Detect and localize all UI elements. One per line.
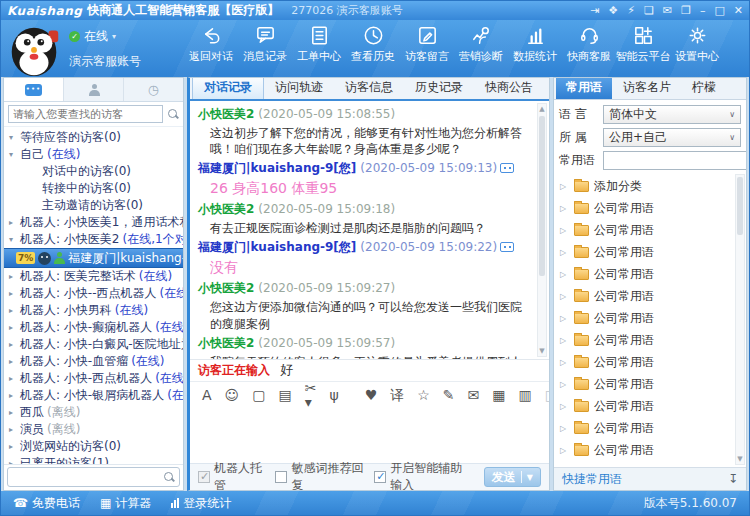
toolbar-kuaishang-service[interactable]: 快商客服 bbox=[564, 24, 614, 64]
scroll-down-icon[interactable]: ▼ bbox=[538, 346, 546, 356]
tree-item[interactable]: 对话中的访客(0) bbox=[4, 163, 183, 180]
quick-phrases-link[interactable]: 快捷常用语 bbox=[562, 471, 622, 488]
option-checkbox-item[interactable]: 敏感词推荐回复 bbox=[275, 460, 364, 491]
tree-item[interactable]: ▸ 机器人: 小快-白癜风-医院地址为空 (在线) bbox=[4, 336, 183, 353]
sidebar-quick-search[interactable] bbox=[7, 467, 180, 487]
toolbar-view-history[interactable]: 查看历史 bbox=[348, 24, 398, 64]
toolbar-return-chat[interactable]: 返回对话 bbox=[186, 24, 236, 64]
collapse-icon[interactable]: ↧ bbox=[728, 472, 738, 486]
chat-scrollbar[interactable]: ▲ ▼ bbox=[537, 103, 547, 357]
expand-arrow-icon[interactable]: ▷ bbox=[560, 358, 569, 367]
tree-item[interactable]: ▸ 机器人: 小快-银屑病机器人 (在线) bbox=[4, 387, 183, 404]
expand-arrow-icon[interactable]: ▸ bbox=[9, 323, 20, 332]
chat-tab[interactable]: 历史记录 bbox=[404, 77, 474, 99]
tree-item[interactable]: ▾ 等待应答的访客(0) bbox=[4, 129, 183, 146]
expand-arrow-icon[interactable]: ▸ bbox=[9, 442, 20, 451]
expand-arrow-icon[interactable]: ▷ bbox=[560, 248, 569, 257]
toolbar-settings[interactable]: 设置中心 bbox=[672, 24, 722, 64]
expand-arrow-icon[interactable]: ▸ bbox=[9, 391, 20, 400]
phrase-folder-item[interactable]: ▷ 公司常用语 bbox=[560, 307, 732, 329]
chat-tab[interactable]: 访问轨迹 bbox=[264, 77, 334, 99]
tree-item[interactable]: ▸ 已离开的访客(1) bbox=[4, 455, 183, 464]
chat-tab[interactable]: 快商公告 bbox=[474, 77, 544, 99]
mail-icon[interactable]: ✉ bbox=[468, 388, 480, 402]
option-checkbox-item[interactable]: 机器人托管 bbox=[198, 460, 265, 491]
toolbar-data-statistics[interactable]: 数据统计 bbox=[510, 24, 560, 64]
phrase-folder-item[interactable]: ▷ 公司常用语 bbox=[560, 219, 732, 241]
translate-icon[interactable]: 译 bbox=[390, 388, 404, 402]
send-options-caret-icon[interactable]: ▼ bbox=[527, 473, 533, 482]
close-icon[interactable]: ✕ bbox=[734, 5, 743, 16]
expand-arrow-icon[interactable]: ▾ bbox=[9, 235, 20, 244]
phrase-folder-item[interactable]: ▷ 公司常用语 bbox=[560, 351, 732, 373]
phrase-folder-item[interactable]: ▷ 公司常用语 bbox=[560, 439, 732, 461]
cut-icon[interactable]: ✂▾ bbox=[305, 381, 317, 409]
chat-tab[interactable]: 对话记录 bbox=[192, 77, 264, 99]
visitor-search-input[interactable] bbox=[8, 105, 163, 123]
expand-arrow-icon[interactable]: ▷ bbox=[560, 204, 569, 213]
tree-item[interactable]: ▸ 机器人: 小快-血管瘤 (在线) bbox=[4, 353, 183, 370]
forward-icon[interactable]: ⇥ bbox=[590, 5, 599, 16]
expand-arrow-icon[interactable]: ▷ bbox=[560, 226, 569, 235]
tree-item[interactable]: 主动邀请的访客(0) bbox=[4, 197, 183, 214]
checkbox[interactable] bbox=[198, 471, 210, 483]
tree-item[interactable]: ▸ 机器人: 小快-癫痫机器人 (在线) bbox=[4, 319, 183, 336]
status-caret-icon[interactable]: ▾ bbox=[112, 32, 116, 41]
expand-arrow-icon[interactable]: ▸ bbox=[9, 218, 20, 227]
network-icon[interactable]: ⚡ bbox=[627, 5, 635, 16]
tree-item[interactable]: ▸ 机器人: 小快医美1，通用话术和... (在线) bbox=[4, 214, 183, 231]
expand-arrow-icon[interactable]: ▸ bbox=[9, 272, 20, 281]
expand-arrow-icon[interactable]: ▷ bbox=[560, 380, 569, 389]
tree-item[interactable]: ▸ 机器人: 小快-西点机器人 (在线) bbox=[4, 370, 183, 387]
expand-arrow-icon[interactable]: ▸ bbox=[9, 357, 20, 366]
expand-arrow-icon[interactable]: ▷ bbox=[560, 424, 569, 433]
checkbox[interactable] bbox=[275, 471, 287, 483]
sidebar-tab-history[interactable]: ◷ bbox=[124, 78, 183, 101]
expand-arrow-icon[interactable]: ▷ bbox=[560, 402, 569, 411]
minimize-icon[interactable]: – bbox=[700, 5, 706, 16]
phrase-folder-item[interactable]: ▷ 公司常用语 bbox=[560, 285, 732, 307]
selected-conversation-row[interactable]: 7% 福建厦门|kuaishang-9[您] (8/5) bbox=[4, 248, 183, 268]
scroll-thumb[interactable] bbox=[539, 116, 545, 276]
online-status-label[interactable]: 在线 bbox=[84, 28, 108, 45]
expand-arrow-icon[interactable]: ▸ bbox=[9, 374, 20, 383]
image-icon[interactable]: ▤ bbox=[278, 388, 291, 402]
trash-icon[interactable]: ▯ bbox=[545, 388, 550, 402]
right-panel-tab[interactable]: 柠檬 bbox=[682, 77, 726, 99]
sidebar-tab-conversations[interactable]: ••• bbox=[4, 78, 64, 101]
tree-item[interactable]: ▾ 机器人: 小快医美2 (在线,1个对话中) bbox=[4, 231, 183, 248]
right-panel-tab[interactable]: 常用语 bbox=[556, 77, 612, 99]
tree-item[interactable]: 转接中的访客(0) bbox=[4, 180, 183, 197]
phrase-folder-item[interactable]: ▷ 添加分类 bbox=[560, 175, 732, 197]
tree-item[interactable]: ▸ 浏览网站的访客(0) bbox=[4, 438, 183, 455]
expand-arrow-icon[interactable]: ▸ bbox=[9, 340, 20, 349]
option-checkbox-item[interactable]: 开启智能辅助输入 bbox=[374, 460, 473, 491]
topmost-icon[interactable]: ❐ bbox=[681, 5, 691, 16]
calculator-item[interactable]: ▦ 计算器 bbox=[100, 495, 151, 512]
mic-icon[interactable]: ψ bbox=[329, 388, 338, 402]
expand-arrow-icon[interactable]: ▸ bbox=[9, 306, 20, 315]
expand-arrow-icon[interactable]: ▸ bbox=[9, 408, 20, 417]
font-icon[interactable]: A bbox=[202, 388, 212, 402]
checkbox[interactable] bbox=[374, 471, 386, 483]
expand-arrow-icon[interactable]: ▸ bbox=[9, 289, 20, 298]
expand-arrow-icon[interactable]: ▷ bbox=[560, 314, 569, 323]
table-icon[interactable]: ▦ bbox=[492, 388, 505, 402]
scroll-up-icon[interactable]: ▲ bbox=[538, 104, 546, 114]
expand-arrow-icon[interactable]: ▾ bbox=[9, 150, 20, 159]
belong-select[interactable]: 公用+自己 ∨ bbox=[603, 128, 741, 147]
phrase-folder-item[interactable]: ▷ 公司常用语 bbox=[560, 395, 732, 417]
list-icon[interactable]: ▥ bbox=[518, 388, 531, 402]
feedback-icon[interactable]: ✉ bbox=[663, 5, 672, 16]
phrase-folder-item[interactable]: ▷ 公司常用语 bbox=[560, 329, 732, 351]
search-icon[interactable] bbox=[167, 108, 179, 120]
phrase-folder-item[interactable]: ▷ 公司常用语 bbox=[560, 373, 732, 395]
scroll-down-icon[interactable]: ▼ bbox=[736, 454, 744, 464]
maximize-icon[interactable]: □ bbox=[714, 5, 724, 16]
phrase-folder-item[interactable]: ▷ 公司常用语 bbox=[560, 241, 732, 263]
emoji-icon[interactable]: ☺ bbox=[225, 388, 240, 402]
toolbar-cloud-platform[interactable]: 智能云平台 bbox=[618, 24, 668, 64]
toolbar-work-order[interactable]: 工单中心 bbox=[294, 24, 344, 64]
expand-arrow-icon[interactable]: ▷ bbox=[560, 336, 569, 345]
language-select[interactable]: 简体中文 ∨ bbox=[603, 105, 741, 124]
